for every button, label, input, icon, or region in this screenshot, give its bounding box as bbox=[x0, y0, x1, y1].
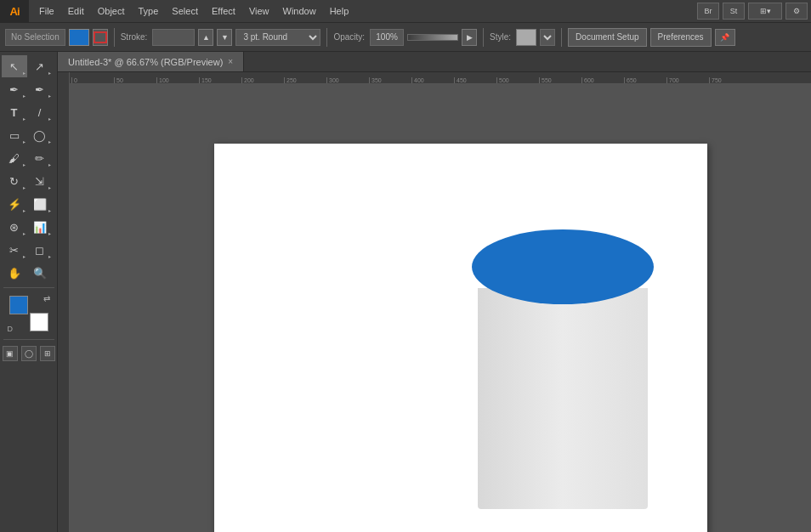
menu-type[interactable]: Type bbox=[132, 3, 166, 19]
style-select[interactable] bbox=[540, 29, 555, 46]
eraser-icon: ◻ bbox=[35, 244, 44, 257]
add-anchor-button[interactable]: ✒ ▸ bbox=[27, 78, 53, 100]
arrange-icon[interactable]: 📌 bbox=[715, 29, 735, 46]
change-screen-mode-button[interactable]: ▣ bbox=[3, 346, 18, 361]
zoom-icon: 🔍 bbox=[33, 267, 47, 280]
rotate-tool-button[interactable]: ↻ ▸ bbox=[2, 170, 27, 192]
tab-bar: Untitled-3* @ 66.67% (RGB/Preview) × bbox=[58, 52, 811, 72]
tool-row-scissors: ✂ ▸ ◻ ▸ bbox=[2, 239, 56, 261]
zoom-tool-button[interactable]: 🔍 bbox=[27, 262, 53, 284]
tab-close-button[interactable]: × bbox=[228, 57, 233, 66]
type-tool-button[interactable]: T ▸ bbox=[2, 101, 27, 123]
stroke-down[interactable]: ▼ bbox=[217, 29, 232, 46]
menu-window[interactable]: Window bbox=[276, 3, 323, 19]
stroke-icon bbox=[94, 31, 107, 43]
pen-tool-button[interactable]: ✒ ▸ bbox=[2, 78, 27, 100]
artboard[interactable] bbox=[214, 144, 707, 532]
scissors-button[interactable]: ✂ ▸ bbox=[2, 239, 27, 261]
direct-selection-icon: ↗ bbox=[35, 60, 44, 73]
symbol-spray-button[interactable]: ⊛ ▸ bbox=[2, 216, 27, 238]
canvas-area: 0 50 100 150 200 250 300 350 400 450 500… bbox=[58, 72, 811, 532]
tool-row-type: T ▸ / ▸ bbox=[2, 101, 56, 123]
tool-row-warp: ⚡ ▸ ⬜ ▸ bbox=[2, 193, 56, 215]
divider-4 bbox=[561, 28, 562, 47]
app-logo: Ai bbox=[0, 0, 29, 23]
stroke-swatch[interactable] bbox=[30, 313, 48, 331]
menu-file[interactable]: File bbox=[32, 3, 61, 19]
document-tab[interactable]: Untitled-3* @ 66.67% (RGB/Preview) × bbox=[58, 52, 244, 71]
cylinder-body bbox=[478, 288, 648, 509]
tool-row-brush: 🖌 ▸ ✏ ▸ bbox=[2, 147, 56, 169]
stock-button[interactable]: St bbox=[723, 3, 745, 20]
ellipse-icon: ◯ bbox=[33, 129, 46, 142]
divider-1 bbox=[114, 28, 115, 47]
type-icon: T bbox=[11, 106, 18, 119]
stroke-arrow[interactable] bbox=[93, 29, 108, 46]
style-label: Style: bbox=[490, 32, 511, 42]
opacity-input[interactable] bbox=[370, 29, 404, 46]
menu-edit[interactable]: Edit bbox=[61, 3, 91, 19]
tool-row-symbol: ⊛ ▸ 📊 ▸ bbox=[2, 216, 56, 238]
selection-icon: ↖ bbox=[9, 60, 19, 73]
divider-2 bbox=[326, 28, 327, 47]
selection-tool-button[interactable]: ↖ ▸ bbox=[2, 55, 27, 77]
warp-icon: ⚡ bbox=[8, 198, 21, 211]
canvas-content bbox=[70, 84, 811, 532]
tool-row-selection: ↖ ▸ ↗ ▸ bbox=[2, 55, 56, 77]
arrange-button[interactable]: ⊞ bbox=[40, 346, 55, 361]
rect-icon: ▭ bbox=[9, 129, 20, 142]
scissors-icon: ✂ bbox=[9, 244, 19, 257]
color-swatch-area: ⇄ D bbox=[8, 294, 50, 333]
paintbrush-icon: 🖌 bbox=[9, 152, 20, 165]
stroke-label: Stroke: bbox=[121, 32, 148, 42]
swap-colors-button[interactable]: ⇄ bbox=[43, 294, 50, 303]
cylinder-ellipse bbox=[472, 229, 654, 304]
style-swatch[interactable] bbox=[516, 29, 536, 46]
brush-preset-select[interactable]: 3 pt. Round bbox=[235, 29, 320, 46]
opacity-slider[interactable] bbox=[407, 34, 458, 41]
cylinder-top bbox=[469, 229, 656, 305]
line-tool-button[interactable]: / ▸ bbox=[27, 101, 53, 123]
workspace-switcher[interactable]: ⊞▾ bbox=[748, 3, 782, 20]
hand-icon: ✋ bbox=[8, 267, 21, 280]
toggle-visibility-button[interactable]: ◯ bbox=[21, 346, 37, 361]
stroke-up[interactable]: ▲ bbox=[198, 29, 213, 46]
pencil-button[interactable]: ✏ ▸ bbox=[27, 147, 53, 169]
divider-3 bbox=[483, 28, 484, 47]
warp-tool-button[interactable]: ⚡ ▸ bbox=[2, 193, 27, 215]
free-transform-button[interactable]: ⬜ ▸ bbox=[27, 193, 53, 215]
bridge-button[interactable]: Br bbox=[697, 3, 719, 20]
preferences-button[interactable]: Preferences bbox=[650, 28, 712, 47]
tool-row-nav: ✋ 🔍 bbox=[2, 262, 56, 284]
fill-swatch[interactable] bbox=[9, 296, 28, 314]
vertical-ruler bbox=[58, 72, 70, 532]
hand-tool-button[interactable]: ✋ bbox=[2, 262, 27, 284]
reset-colors-button[interactable]: D bbox=[8, 325, 14, 333]
scale-tool-button[interactable]: ⇲ ▸ bbox=[27, 170, 53, 192]
tab-title: Untitled-3* @ 66.67% (RGB/Preview) bbox=[68, 57, 223, 67]
menu-view[interactable]: View bbox=[242, 3, 276, 19]
opacity-expand[interactable]: ▶ bbox=[462, 29, 477, 46]
menu-bar: File Edit Object Type Select Effect View… bbox=[29, 0, 811, 23]
app-settings[interactable]: ⚙ bbox=[785, 3, 808, 20]
fill-color-swatch[interactable] bbox=[69, 29, 89, 46]
direct-selection-button[interactable]: ↗ ▸ bbox=[27, 55, 53, 77]
cylinder-top-svg bbox=[469, 229, 656, 305]
stroke-width-input[interactable] bbox=[152, 29, 195, 46]
left-toolbar: ↖ ▸ ↗ ▸ ✒ ▸ ✒ ▸ T ▸ / ▸ ▭ ▸ bbox=[0, 52, 58, 532]
eraser-button[interactable]: ◻ ▸ bbox=[27, 239, 53, 261]
symbol-spray-icon: ⊛ bbox=[9, 221, 19, 234]
rect-tool-button[interactable]: ▭ ▸ bbox=[2, 124, 27, 146]
menu-object[interactable]: Object bbox=[91, 3, 132, 19]
menu-help[interactable]: Help bbox=[323, 3, 356, 19]
document-setup-button[interactable]: Document Setup bbox=[568, 28, 647, 47]
paintbrush-button[interactable]: 🖌 ▸ bbox=[2, 147, 27, 169]
column-graph-button[interactable]: 📊 ▸ bbox=[27, 216, 53, 238]
menu-select[interactable]: Select bbox=[165, 3, 205, 19]
cylinder-object[interactable] bbox=[469, 229, 656, 526]
toolbar-divider-1 bbox=[3, 287, 54, 288]
horizontal-ruler: 0 50 100 150 200 250 300 350 400 450 500… bbox=[70, 72, 811, 84]
scale-icon: ⇲ bbox=[35, 175, 44, 188]
ellipse-tool-button[interactable]: ◯ ▸ bbox=[27, 124, 53, 146]
menu-effect[interactable]: Effect bbox=[205, 3, 242, 19]
